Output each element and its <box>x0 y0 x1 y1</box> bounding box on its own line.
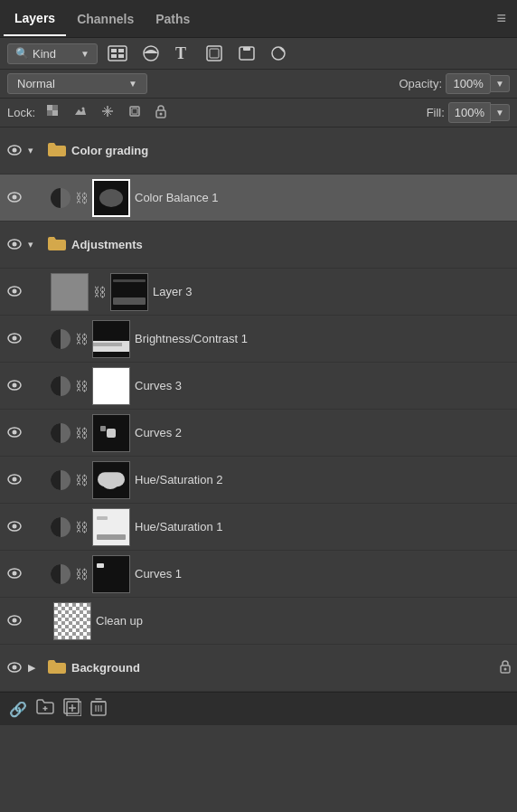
visibility-icon[interactable] <box>5 285 24 299</box>
layer-name: Background <box>71 661 140 675</box>
tab-layers[interactable]: Layers <box>4 2 66 36</box>
tab-channels[interactable]: Channels <box>66 3 145 35</box>
pixel-filter-icon[interactable] <box>103 42 132 64</box>
layer-mask-thumbnail <box>110 273 148 311</box>
list-item[interactable]: ⛓ Layer 3 <box>0 269 517 316</box>
layer-name: Layer 3 <box>153 285 512 298</box>
tab-paths[interactable]: Paths <box>145 3 201 35</box>
visibility-icon[interactable] <box>5 567 24 581</box>
layer-thumbnail <box>92 461 130 499</box>
delete-layer-icon[interactable] <box>90 698 107 720</box>
list-item[interactable]: Clean up <box>0 598 517 645</box>
svg-point-38 <box>13 430 17 434</box>
lock-row: Lock: <box>0 99 517 127</box>
svg-rect-15 <box>52 110 58 116</box>
chain-icon: ⛓ <box>75 473 88 487</box>
svg-point-26 <box>13 147 17 152</box>
layer-name: Curves 3 <box>135 379 512 392</box>
bottom-toolbar: 🔗 <box>9 698 107 720</box>
smart-filter-icon[interactable] <box>233 42 260 65</box>
list-item[interactable]: ▶ Background <box>0 645 517 692</box>
visibility-icon[interactable] <box>5 426 24 440</box>
svg-rect-1 <box>111 49 117 52</box>
collapse-arrow-icon[interactable]: ▾ <box>28 239 42 250</box>
shape-filter-icon[interactable] <box>201 42 228 65</box>
svg-rect-13 <box>52 105 58 110</box>
kind-label: Kind <box>33 47 77 61</box>
svg-rect-0 <box>108 46 127 61</box>
list-item[interactable]: ⛓ Curves 2 <box>0 410 517 457</box>
list-item[interactable]: ⛓ Color Balance 1 <box>0 175 517 222</box>
opacity-value[interactable]: 100% <box>446 73 491 94</box>
new-group-icon[interactable] <box>36 699 54 719</box>
layer-name: Adjustments <box>71 238 143 251</box>
lock-transparent-icon[interactable] <box>42 102 64 123</box>
list-item[interactable]: ⛓ Curves 1 <box>0 551 517 598</box>
layer-name: Hue/Saturation 2 <box>135 473 512 486</box>
visibility-icon[interactable] <box>5 473 24 487</box>
fill-label: Fill: <box>427 106 445 119</box>
fill-value[interactable]: 100% <box>448 102 491 123</box>
visibility-icon[interactable] <box>5 661 24 675</box>
chain-icon: ⛓ <box>75 520 88 534</box>
svg-point-16 <box>82 108 85 110</box>
adjustment-filter-icon[interactable] <box>137 42 164 65</box>
visibility-icon[interactable] <box>5 191 24 205</box>
lock-position-icon[interactable] <box>97 102 118 123</box>
svg-point-46 <box>13 618 17 622</box>
svg-rect-2 <box>118 49 124 52</box>
adjustment-icon <box>51 564 70 584</box>
adjustment-icon <box>51 470 70 490</box>
lock-image-icon[interactable] <box>70 102 91 123</box>
type-filter-icon[interactable]: T <box>170 42 195 65</box>
layer-name: Clean up <box>96 614 512 628</box>
visibility-icon[interactable] <box>5 614 24 628</box>
collapse-arrow-icon[interactable]: ▶ <box>28 662 42 674</box>
visibility-icon[interactable] <box>5 238 24 252</box>
visibility-icon[interactable] <box>5 520 24 534</box>
svg-rect-7 <box>207 46 221 61</box>
mode-icon[interactable] <box>266 42 291 64</box>
list-item[interactable]: ▾ Color grading <box>0 127 517 175</box>
list-item[interactable]: ⛓ Hue/Saturation 2 <box>0 457 517 504</box>
filter-toolbar: 🔍 Kind ▼ T <box>0 38 517 70</box>
svg-text:T: T <box>175 44 186 62</box>
kind-arrow-icon: ▼ <box>80 49 89 59</box>
new-layer-icon[interactable] <box>63 698 81 720</box>
layer-thumbnail <box>92 320 130 358</box>
link-icon[interactable]: 🔗 <box>9 701 27 718</box>
list-item[interactable]: ⛓ Brightness/Contrast 1 <box>0 316 517 363</box>
list-item[interactable]: ▾ Adjustments <box>0 222 517 269</box>
chain-icon: ⛓ <box>93 285 106 299</box>
layers-panel: Layers Channels Paths ≡ 🔍 Kind ▼ <box>0 0 517 725</box>
collapse-arrow-icon[interactable]: ▾ <box>28 145 42 156</box>
adjustment-icon <box>51 376 70 396</box>
blend-mode-row: Normal ▼ Opacity: 100% ▼ <box>0 70 517 99</box>
svg-rect-3 <box>111 54 117 58</box>
layer-name: Brightness/Contrast 1 <box>135 332 512 345</box>
lock-all-icon[interactable] <box>151 102 171 123</box>
kind-dropdown[interactable]: 🔍 Kind ▼ <box>7 43 98 64</box>
layer-thumbnail <box>92 508 130 546</box>
svg-point-32 <box>13 288 17 293</box>
visibility-icon[interactable] <box>5 379 24 393</box>
panel-menu-icon[interactable]: ≡ <box>489 4 513 33</box>
visibility-icon[interactable] <box>5 332 24 346</box>
blend-mode-dropdown[interactable]: Normal ▼ <box>7 73 147 94</box>
layers-list: ▾ Color grading ⛓ Color Balance 1 ▾ <box>0 127 517 692</box>
opacity-group: Opacity: 100% ▼ <box>399 73 510 94</box>
list-item[interactable]: ⛓ Hue/Saturation 1 <box>0 504 517 551</box>
layer-name: Curves 2 <box>135 426 512 439</box>
chain-icon: ⛓ <box>75 332 88 346</box>
tabs-bar: Layers Channels Paths ≡ <box>0 0 517 38</box>
svg-point-42 <box>13 524 17 528</box>
list-item[interactable]: ⛓ Curves 3 <box>0 363 517 410</box>
folder-icon <box>47 141 67 161</box>
chain-icon: ⛓ <box>75 191 88 205</box>
opacity-dropdown-arrow[interactable]: ▼ <box>491 75 510 92</box>
visibility-icon[interactable] <box>5 144 24 158</box>
lock-artboard-icon[interactable] <box>124 102 146 123</box>
layer-name: Color Balance 1 <box>135 191 512 204</box>
fill-dropdown-arrow[interactable]: ▼ <box>491 104 510 121</box>
layer-thumbnail <box>92 179 130 217</box>
